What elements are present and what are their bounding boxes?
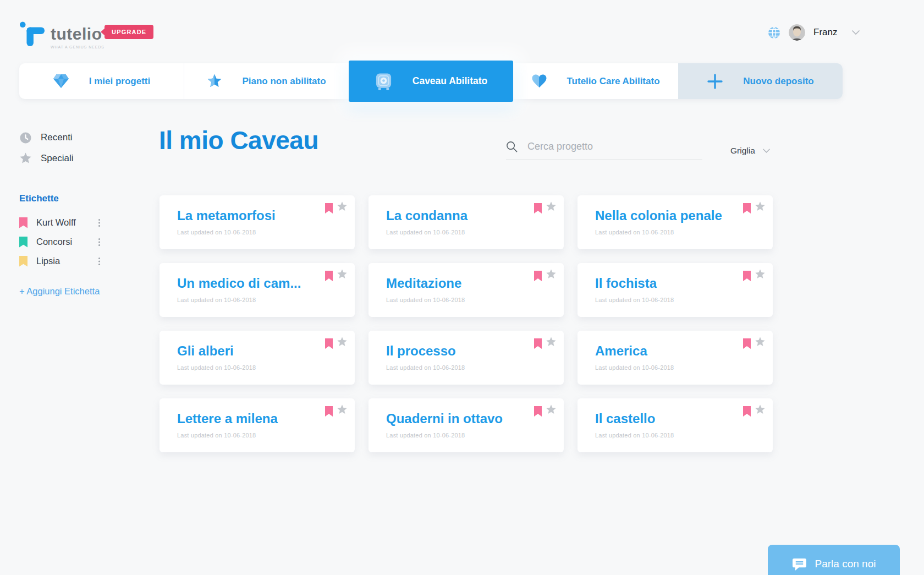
- project-card[interactable]: Un medico di cam...Last updated on 10-06…: [160, 263, 355, 317]
- favorite-star-icon[interactable]: [546, 337, 557, 347]
- tutelio-logo-icon: [19, 21, 46, 46]
- project-card-updated: Last updated on 10-06-2018: [177, 297, 337, 303]
- view-selector[interactable]: Griglia: [730, 146, 770, 156]
- bookmark-icon[interactable]: [534, 271, 542, 281]
- chevron-down-icon[interactable]: [852, 30, 860, 35]
- project-card-updated: Last updated on 10-06-2018: [595, 364, 755, 371]
- project-card-updated: Last updated on 10-06-2018: [595, 229, 755, 236]
- diamond-icon: [53, 74, 69, 89]
- bookmark-icon[interactable]: [534, 406, 542, 417]
- bookmark-icon[interactable]: [743, 338, 751, 349]
- view-selector-label: Griglia: [730, 146, 755, 156]
- bookmark-icon[interactable]: [325, 406, 333, 417]
- sidebar-label-row[interactable]: Lipsia: [19, 251, 103, 271]
- project-card-title[interactable]: Il fochista: [595, 275, 735, 292]
- project-card[interactable]: Nella colonia penaleLast updated on 10-0…: [578, 195, 773, 249]
- project-card[interactable]: Il fochistaLast updated on 10-06-2018: [578, 263, 773, 317]
- labels-heading: Etichette: [19, 193, 146, 204]
- kebab-menu-icon[interactable]: [96, 216, 103, 230]
- bookmark-icon[interactable]: [743, 406, 751, 417]
- project-card[interactable]: Il processoLast updated on 10-06-2018: [369, 331, 564, 385]
- favorite-star-icon[interactable]: [755, 201, 766, 212]
- project-card[interactable]: Gli alberiLast updated on 10-06-2018: [160, 331, 355, 385]
- tab-bar: I miei progettiPiano non abilitatoCaveau…: [19, 63, 843, 99]
- bookmark-icon[interactable]: [325, 338, 333, 349]
- app-logo[interactable]: tutelio WHAT A GENIUS NEEDS: [19, 21, 105, 49]
- project-card-title[interactable]: Nella colonia penale: [595, 207, 735, 224]
- chat-button[interactable]: Parla con noi: [768, 545, 900, 575]
- bookmark-icon[interactable]: [325, 203, 333, 213]
- project-card-title[interactable]: Il castello: [595, 410, 735, 427]
- page-title: Il mio Caveau: [159, 125, 318, 155]
- upgrade-badge[interactable]: UPGRADE: [105, 25, 153, 39]
- project-card-title[interactable]: Meditazione: [386, 275, 526, 292]
- favorite-star-icon[interactable]: [337, 201, 348, 212]
- project-card-title[interactable]: La metamorfosi: [177, 207, 317, 224]
- favorite-star-icon[interactable]: [755, 269, 766, 280]
- tab-label: Nuovo deposito: [743, 76, 813, 87]
- bookmark-icon[interactable]: [534, 338, 542, 349]
- globe-icon[interactable]: [768, 26, 780, 39]
- tab-projects[interactable]: I miei progetti: [19, 63, 184, 99]
- sidebar-label-row[interactable]: Concorsi: [19, 232, 103, 251]
- project-card[interactable]: AmericaLast updated on 10-06-2018: [578, 331, 773, 385]
- add-label-link[interactable]: + Aggiungi Etichetta: [19, 286, 100, 297]
- clock-icon: [19, 132, 32, 144]
- star-icon: [19, 152, 32, 165]
- tab-label: Piano non abilitato: [242, 76, 326, 87]
- tab-vault[interactable]: Caveau Abilitato: [349, 61, 513, 102]
- bookmark-icon[interactable]: [325, 271, 333, 281]
- tab-label: Tutelio Care Abilitato: [566, 76, 659, 87]
- favorite-star-icon[interactable]: [546, 269, 557, 280]
- bookmark-icon[interactable]: [743, 271, 751, 281]
- sidebar-item-label: Recenti: [41, 132, 73, 143]
- project-card-updated: Last updated on 10-06-2018: [177, 364, 337, 371]
- chat-bubble-icon: [792, 557, 807, 571]
- project-card-title[interactable]: America: [595, 343, 735, 359]
- project-card-title[interactable]: Quaderni in ottavo: [386, 410, 526, 427]
- bookmark-icon[interactable]: [534, 203, 542, 213]
- favorite-star-icon[interactable]: [546, 201, 557, 212]
- search-input[interactable]: [527, 141, 702, 152]
- tab-new-deposit[interactable]: Nuovo deposito: [678, 63, 843, 99]
- project-card-title[interactable]: Lettere a milena: [177, 410, 317, 427]
- user-name[interactable]: Franz: [813, 27, 837, 38]
- project-card-title[interactable]: Gli alberi: [177, 343, 317, 359]
- favorite-star-icon[interactable]: [755, 337, 766, 347]
- project-card-title[interactable]: Il processo: [386, 343, 526, 359]
- project-card-updated: Last updated on 10-06-2018: [386, 297, 546, 303]
- project-card-updated: Last updated on 10-06-2018: [177, 229, 337, 236]
- kebab-menu-icon[interactable]: [96, 235, 103, 249]
- sidebar-label-row[interactable]: Kurt Wolff: [19, 213, 103, 232]
- brand-name: tutelio: [51, 26, 105, 42]
- label-name: Kurt Wolff: [36, 217, 76, 228]
- bookmark-icon[interactable]: [743, 203, 751, 213]
- favorite-star-icon[interactable]: [337, 337, 348, 347]
- favorite-star-icon[interactable]: [337, 404, 348, 415]
- project-card[interactable]: Quaderni in ottavoLast updated on 10-06-…: [369, 398, 564, 452]
- tab-care[interactable]: Tutelio Care Abilitato: [513, 63, 678, 99]
- tab-label: I miei progetti: [89, 76, 150, 87]
- plus-icon: [707, 73, 723, 90]
- project-card[interactable]: MeditazioneLast updated on 10-06-2018: [369, 263, 564, 317]
- brand-tagline: WHAT A GENIUS NEEDS: [51, 45, 105, 49]
- project-card[interactable]: Lettere a milenaLast updated on 10-06-20…: [160, 398, 355, 452]
- search-icon: [506, 141, 518, 152]
- project-card-updated: Last updated on 10-06-2018: [386, 432, 546, 439]
- sidebar-item-starred[interactable]: Speciali: [19, 148, 146, 169]
- project-card[interactable]: La condannaLast updated on 10-06-2018: [369, 195, 564, 249]
- sidebar-item-recent[interactable]: Recenti: [19, 127, 146, 148]
- project-card-title[interactable]: La condanna: [386, 207, 526, 224]
- tab-plan[interactable]: Piano non abilitato: [184, 63, 349, 99]
- project-card-updated: Last updated on 10-06-2018: [595, 432, 755, 439]
- kebab-menu-icon[interactable]: [96, 254, 103, 269]
- avatar[interactable]: [789, 24, 805, 41]
- chevron-down-icon: [763, 149, 770, 153]
- bookmark-icon: [19, 217, 28, 228]
- favorite-star-icon[interactable]: [755, 404, 766, 415]
- favorite-star-icon[interactable]: [337, 269, 348, 280]
- project-card[interactable]: La metamorfosiLast updated on 10-06-2018: [160, 195, 355, 249]
- project-card[interactable]: Il castelloLast updated on 10-06-2018: [578, 398, 773, 452]
- favorite-star-icon[interactable]: [546, 404, 557, 415]
- project-card-title[interactable]: Un medico di cam...: [177, 275, 317, 292]
